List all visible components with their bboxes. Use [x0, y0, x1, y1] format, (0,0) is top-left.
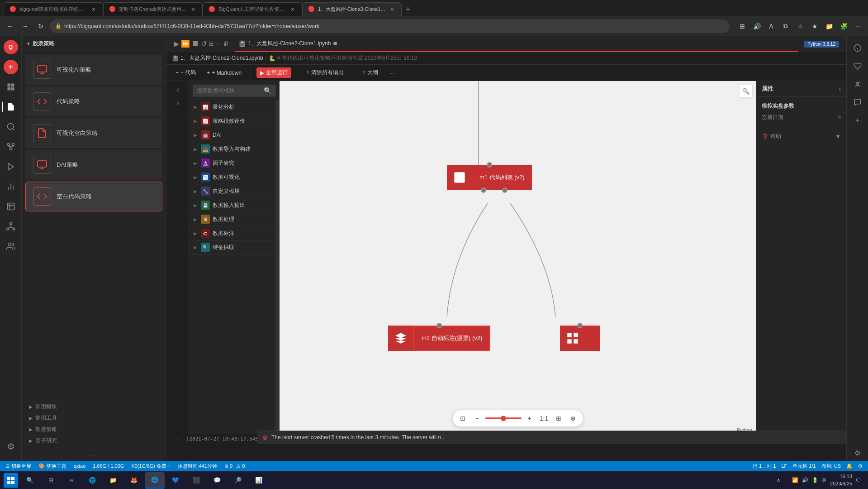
- module-cat-feature[interactable]: ▶ 🔍 特征抽取: [189, 240, 275, 254]
- wifi-icon[interactable]: 📶: [792, 477, 798, 483]
- add-markdown-button[interactable]: + + Markdown: [203, 68, 245, 77]
- zoom-out-button[interactable]: −: [471, 412, 484, 425]
- module-search-box[interactable]: 🔍: [193, 85, 275, 96]
- new-tab-button[interactable]: +: [402, 3, 414, 16]
- module-cat-data-label[interactable]: ▶ 🏷 数据标注: [189, 226, 275, 240]
- notifications-icon-btn[interactable]: 🔔: [844, 463, 854, 470]
- taskbar-taskview-icon[interactable]: ⊟: [41, 472, 61, 489]
- collections-icon[interactable]: 📁: [823, 20, 835, 33]
- canvas-search-icon[interactable]: 🔍: [740, 85, 752, 97]
- layout-icon[interactable]: ⊞: [209, 40, 214, 47]
- far-right-icon-1[interactable]: [849, 40, 866, 56]
- zoom-reset-button[interactable]: 1:1: [538, 412, 550, 425]
- far-right-icon-4[interactable]: [849, 94, 866, 110]
- settings-icon[interactable]: ⚙: [2, 437, 20, 455]
- git-icon[interactable]: [2, 138, 20, 156]
- keyboard-icon[interactable]: 英: [822, 477, 826, 484]
- stop-icon[interactable]: ⏹: [192, 39, 199, 48]
- debug-icon[interactable]: [2, 158, 20, 176]
- settings-icon-btn[interactable]: ⚙: [856, 463, 864, 470]
- strategy-card-dai[interactable]: DAI策略: [25, 150, 162, 180]
- user-status[interactable]: qxiao: [72, 463, 87, 469]
- run-all-left-icon[interactable]: ▶: [174, 39, 179, 48]
- app-logo[interactable]: Q: [4, 40, 18, 54]
- far-right-icon-2[interactable]: [849, 58, 866, 74]
- strategy-card-visual-ai[interactable]: 可视化AI策略: [25, 55, 162, 85]
- errors-status[interactable]: ⊗ 0 ⚠ 0: [223, 463, 247, 469]
- address-bar[interactable]: 🔒 https://bigquant.com/aistudio/studios/…: [50, 19, 730, 33]
- taskbar-up-arrow-icon[interactable]: ∧: [768, 472, 788, 489]
- taskbar-ie-icon[interactable]: 🌐: [82, 472, 102, 489]
- browser-tab-2[interactable]: 🔴 定时任务Crontab表达式使用简介... ✕: [103, 2, 203, 16]
- module-scrollbar[interactable]: [275, 100, 279, 431]
- memory-status[interactable]: 1.66G / 1.00G: [91, 463, 126, 469]
- node-m3-top-connector[interactable]: [577, 323, 583, 328]
- section-common-tools[interactable]: ▶ 常用工具: [25, 412, 162, 424]
- taskbar-clock[interactable]: 16:13 2023/6/25: [830, 473, 852, 487]
- tab-close-4[interactable]: ✕: [389, 6, 396, 13]
- fit-view-button[interactable]: ⊡: [456, 412, 469, 425]
- layout-status[interactable]: 布局: US: [820, 463, 843, 470]
- network-icon[interactable]: [2, 217, 20, 235]
- line-col-status[interactable]: 行 1，列 1: [751, 463, 778, 470]
- node-m1[interactable]: m1 代码列表 (v2): [447, 165, 532, 190]
- more-button[interactable]: ···: [22, 450, 166, 461]
- node-m1-bottom-connector-2[interactable]: [502, 187, 508, 193]
- read-aloud-icon[interactable]: 🔊: [750, 20, 763, 33]
- notifications-button[interactable]: 🗨: [856, 478, 861, 483]
- run-all-button[interactable]: ▶ 全部运行: [256, 67, 291, 78]
- module-cat-strategy-eval[interactable]: ▶ 📈 策略绩效评价: [189, 114, 275, 128]
- far-right-icon-5[interactable]: +: [849, 112, 866, 129]
- add-code-button[interactable]: + + 代码: [172, 67, 199, 78]
- trade-date-control[interactable]: ≡: [838, 115, 841, 121]
- outline-button[interactable]: ≡ 大纲: [359, 67, 382, 78]
- expand-all-icon[interactable]: [172, 98, 183, 109]
- left-panel-header[interactable]: ▾ 股票策略: [22, 36, 166, 51]
- files-icon[interactable]: [2, 98, 20, 116]
- module-cat-data-io[interactable]: ▶ 💾 数据输入输出: [189, 198, 275, 212]
- browser-tab-4[interactable]: 🔴 1、大盘风控-Clone2-Clone1.ip... ✕: [302, 2, 402, 16]
- run-icon[interactable]: ⏩: [181, 39, 190, 48]
- taskbar-search-icon[interactable]: 🔍: [20, 472, 40, 489]
- node-m2[interactable]: m2 自动标注(股票) (v2): [388, 326, 490, 351]
- browser-menu-icon[interactable]: ···: [852, 20, 864, 33]
- module-cat-factor[interactable]: ▶ 🔬 因子研究: [189, 156, 275, 170]
- strategy-card-visual-blank[interactable]: 可视化空白策略: [25, 118, 162, 148]
- battery-icon[interactable]: 🔋: [812, 477, 818, 483]
- favorites-icon[interactable]: ☆: [794, 20, 806, 33]
- clear-all-button[interactable]: ≡ 清除所有输出: [303, 67, 347, 78]
- taskbar-wechat-icon[interactable]: 💬: [207, 472, 227, 489]
- taskbar-terminal-icon[interactable]: ⬛: [186, 472, 206, 489]
- center-button[interactable]: ⊞: [552, 412, 565, 425]
- module-cat-data-proc[interactable]: ▶ ⚙ 数据处理: [189, 212, 275, 226]
- node-m3[interactable]: [560, 326, 600, 351]
- notebook-tab-title[interactable]: 1、大盘风控-Clone2-Clone1.ipynb: [248, 40, 331, 48]
- taskbar-files-icon[interactable]: 📁: [103, 472, 123, 489]
- section-factor-research[interactable]: ▶ 因子研究: [25, 435, 162, 446]
- app-icon[interactable]: ⊞: [736, 20, 749, 33]
- forward-button[interactable]: →: [19, 20, 32, 33]
- module-cat-custom[interactable]: ▶ 🔧 自定义模块: [189, 184, 275, 198]
- taskbar-edge-icon[interactable]: e: [62, 472, 81, 489]
- far-right-settings-icon[interactable]: ⚙: [849, 445, 866, 461]
- module-cat-data-import[interactable]: ▶ 📥 数据导入与构建: [189, 142, 275, 156]
- section-common-modules[interactable]: ▶ 常用模块: [25, 401, 162, 412]
- tab-close-2[interactable]: ✕: [190, 6, 197, 13]
- restart-icon[interactable]: ↺: [201, 39, 207, 48]
- node-m2-top-connector[interactable]: [436, 323, 442, 328]
- tab-close-3[interactable]: ✕: [289, 6, 296, 13]
- strategy-card-blank-code[interactable]: 空白代码策略: [25, 182, 162, 211]
- collapse-all-icon[interactable]: [172, 85, 183, 96]
- help-expand-icon[interactable]: ▼: [835, 133, 841, 140]
- favorites-bar-icon[interactable]: ★: [808, 20, 821, 33]
- canvas-area[interactable]: m1 代码列表 (v2) m2 自动标注: [280, 81, 756, 434]
- section-futures[interactable]: ▶ 期货策略: [25, 424, 162, 435]
- back-button[interactable]: ←: [4, 20, 16, 33]
- theme-status[interactable]: 🎨 切换主题: [37, 463, 68, 470]
- refresh-button[interactable]: ↻: [34, 20, 47, 33]
- toolbar-more-button[interactable]: ···: [385, 67, 398, 79]
- taskbar-firefox-icon[interactable]: 🦊: [124, 472, 144, 489]
- node-m1-top-connector[interactable]: [487, 162, 492, 168]
- immersive-reader-icon[interactable]: A: [765, 20, 778, 33]
- lf-status[interactable]: LF: [779, 463, 789, 470]
